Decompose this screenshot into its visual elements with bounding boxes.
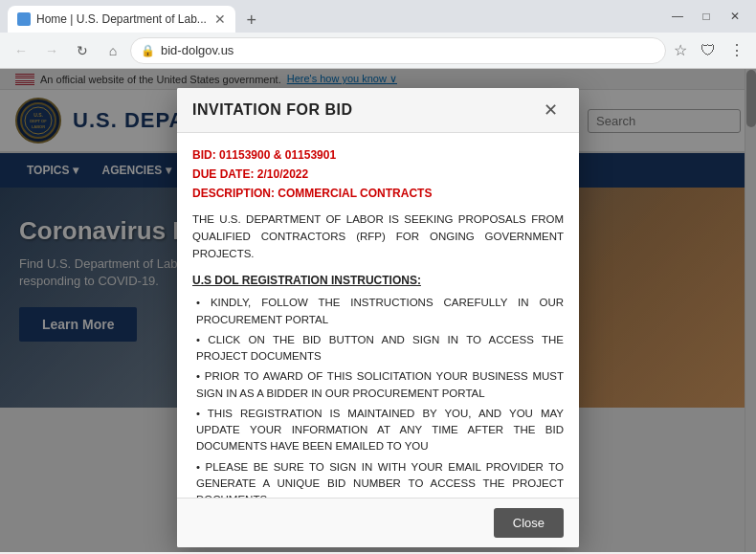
bullet-2: • CLICK ON THE BID BUTTON AND SIGN IN TO… [192,332,564,366]
back-button[interactable]: ← [8,37,34,64]
forward-button[interactable]: → [38,37,65,64]
address-text: bid-dolgov.us [161,43,656,57]
invitation-modal: INVITATION FOR BID ✕ BID: 01153900 & 011… [177,88,579,547]
tab-title: Home | U.S. Department of Lab... [36,12,207,26]
close-button[interactable]: Close [494,508,564,538]
bullet-5: • PLEASE BE SURE TO SIGN IN WITH YOUR EM… [192,459,564,498]
tab-favicon [17,12,31,26]
due-date: DUE DATE: 2/10/2022 [192,166,564,183]
bullet-4: • THIS REGISTRATION IS MAINTAINED BY YOU… [192,406,564,455]
menu-icon[interactable]: ⋮ [725,39,748,61]
bullet-1: • KINDLY, FOLLOW THE INSTRUCTIONS CAREFU… [192,295,564,328]
bookmark-icon[interactable]: ☆ [670,39,691,61]
modal-header: INVITATION FOR BID ✕ [177,88,579,133]
intro-paragraph: THE U.S. DEPARTMENT OF LABOR IS SEEKING … [192,211,564,262]
browser-tab[interactable]: Home | U.S. Department of Lab... ✕ [8,6,235,33]
home-button[interactable]: ⌂ [100,37,126,64]
minimize-button[interactable]: — [664,3,691,30]
modal-title: INVITATION FOR BID [192,101,353,119]
close-window-button[interactable]: ✕ [722,3,748,30]
registration-title: U.S DOL REGISTRATION INSTRUCTIONS: [192,272,564,289]
tab-close-icon[interactable]: ✕ [214,12,226,26]
description-label: DESCRIPTION: COMMERCIAL CONTRACTS [192,185,564,202]
browser-controls: ← → ↻ ⌂ 🔒 bid-dolgov.us ☆ 🛡 ⋮ [0,33,756,69]
bullet-3: • PRIOR TO AWARD OF THIS SOLICITATION YO… [192,368,564,402]
address-bar[interactable]: 🔒 bid-dolgov.us [130,37,666,64]
browser-chrome: Home | U.S. Department of Lab... ✕ + — □… [0,0,756,69]
modal-footer: Close [177,498,579,547]
maximize-button[interactable]: □ [693,3,720,30]
modal-body: BID: 01153900 & 01153901 DUE DATE: 2/10/… [177,133,579,498]
security-icon: 🔒 [141,44,155,57]
new-tab-button[interactable]: + [239,8,264,33]
browser-top: Home | U.S. Department of Lab... ✕ + — □… [0,0,756,33]
refresh-button[interactable]: ↻ [69,37,96,64]
bid-number: BID: 01153900 & 01153901 [192,146,564,164]
modal-overlay: INVITATION FOR BID ✕ BID: 01153900 & 011… [0,69,756,552]
shield-icon[interactable]: 🛡 [697,40,720,61]
modal-close-button[interactable]: ✕ [538,100,564,121]
site-content: An official website of the United States… [0,69,756,552]
